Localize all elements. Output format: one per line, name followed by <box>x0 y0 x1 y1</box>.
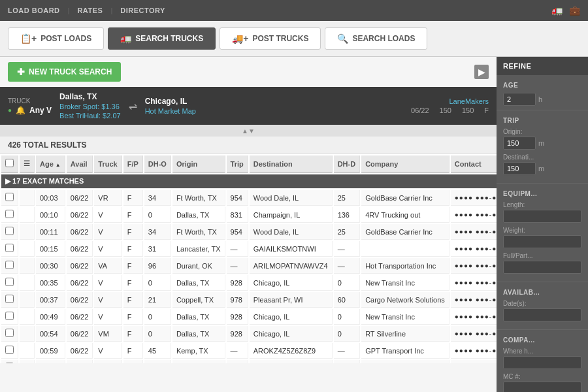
row-checkbox-cell[interactable] <box>1 326 18 342</box>
table-row[interactable]: 00:10 06/22 V F 0 Dallas, TX 831 Champai… <box>1 207 497 223</box>
table-row[interactable]: 00:49 06/22 V F 0 Dallas, TX 928 Chicago… <box>1 309 497 325</box>
row-fp: F <box>123 326 143 342</box>
row-avail: 06/22 <box>67 258 93 274</box>
nav-rates[interactable]: RATES <box>77 7 103 14</box>
nav-directory[interactable]: DIRECTORY <box>120 7 165 14</box>
avail-dates-input[interactable] <box>503 308 581 321</box>
row-checkbox-cell[interactable] <box>1 207 18 223</box>
best-trihaul-link[interactable]: Best TriHaul: $2.07 <box>59 112 121 120</box>
row-checkbox[interactable] <box>5 312 14 320</box>
top-nav: LOAD BOARD | RATES | DIRECTORY 🚛 💼 <box>0 0 588 21</box>
col-menu[interactable]: ☰ <box>20 155 35 173</box>
row-checkbox[interactable] <box>5 363 14 363</box>
row-company[interactable]: New Transit Inc <box>361 309 449 325</box>
table-row[interactable]: 00:59 06/22 V F 45 Kemp, TX — AROKZ4Z5Z6… <box>1 343 497 359</box>
row-fp: F <box>123 343 143 359</box>
col-trip[interactable]: Trip <box>227 155 248 173</box>
table-row[interactable]: 00:03 06/22 VR F 34 Ft Worth, TX 954 Woo… <box>1 190 497 206</box>
hot-market-link[interactable]: Hot Market Map <box>145 107 196 115</box>
row-checkbox-cell[interactable] <box>1 343 18 359</box>
row-checkbox-cell[interactable] <box>1 224 18 240</box>
company-mc-input[interactable] <box>503 382 581 392</box>
scroll-arrows-icon: ▲▼ <box>242 127 255 135</box>
row-checkbox[interactable] <box>5 261 14 269</box>
row-contact: ●●●● ●●●-●●●● <box>451 360 497 363</box>
col-avail[interactable]: Avail <box>67 155 93 173</box>
col-contact[interactable]: Contact <box>451 155 497 173</box>
table-row[interactable]: 00:11 06/22 V F 34 Ft Worth, TX 954 Wood… <box>1 224 497 240</box>
scroll-indicator[interactable]: ▲▼ <box>0 125 497 137</box>
broker-spot-link[interactable]: Broker Spot: $1.36 <box>59 103 121 110</box>
row-origin: Ft Worth, TX <box>172 224 225 240</box>
age-input[interactable] <box>503 93 536 106</box>
company-where-input[interactable] <box>503 356 581 369</box>
row-checkbox[interactable] <box>5 227 14 235</box>
table-row[interactable]: 01:04 06/22 V F 0 Dallas, TX 927 Elgin, … <box>1 360 497 363</box>
row-menu-cell <box>20 275 35 291</box>
row-checkbox-cell[interactable] <box>1 241 18 257</box>
col-checkbox[interactable] <box>1 155 18 173</box>
row-checkbox[interactable] <box>5 278 14 286</box>
row-company[interactable]: 4RV Trucking out <box>361 207 449 223</box>
new-truck-search-button[interactable]: ✚ NEW TRUCK SEARCH <box>8 62 121 82</box>
table-row[interactable]: 00:15 06/22 V F 31 Lancaster, TX — GAIAI… <box>1 241 497 257</box>
row-company[interactable]: GoldBase Carrier Inc <box>361 190 449 206</box>
briefcase-icon[interactable]: 💼 <box>569 5 580 16</box>
row-checkbox[interactable] <box>5 244 14 252</box>
row-checkbox[interactable] <box>5 346 14 354</box>
equip-length-input[interactable] <box>503 210 581 223</box>
row-checkbox-cell[interactable] <box>1 275 18 291</box>
row-company[interactable]: RT Silverline <box>361 326 449 342</box>
company-mc-field: MC #: <box>503 373 581 392</box>
layout-body: ✚ NEW TRUCK SEARCH ▶ Truck ● 🔔 Any V Dal… <box>0 57 588 392</box>
select-all-checkbox[interactable] <box>5 159 14 167</box>
col-age[interactable]: Age ▲ <box>36 155 65 173</box>
equip-fullpart-input[interactable] <box>503 261 581 274</box>
row-company[interactable]: New Transit Inc <box>361 275 449 291</box>
col-fp[interactable]: F/P <box>123 155 143 173</box>
row-company[interactable]: Hot Transportation Inc <box>361 258 449 274</box>
nav-load-board[interactable]: LOAD BOARD <box>8 7 60 14</box>
tab-search-trucks[interactable]: 🚛 SEARCH TRUCKS <box>108 27 216 50</box>
tab-search-loads[interactable]: 🔍 SEARCH LOADS <box>325 27 427 50</box>
row-trip: 978 <box>227 292 248 308</box>
row-checkbox[interactable] <box>5 295 14 303</box>
equip-weight-input[interactable] <box>503 235 581 248</box>
col-destination[interactable]: Destination <box>250 155 333 173</box>
row-company[interactable]: Cargo Network Solutions <box>361 292 449 308</box>
row-menu-cell <box>20 309 35 325</box>
row-company[interactable]: aqua-rolling.dru <box>361 360 449 363</box>
tab-post-loads[interactable]: 📋+ POST LOADS <box>8 27 104 50</box>
col-origin[interactable]: Origin <box>172 155 225 173</box>
row-checkbox[interactable] <box>5 193 14 201</box>
col-company[interactable]: Company <box>361 155 449 173</box>
trip-origin-input[interactable] <box>503 137 536 150</box>
row-checkbox-cell[interactable] <box>1 258 18 274</box>
row-checkbox[interactable] <box>5 329 14 337</box>
row-company[interactable]: GoldBase Carrier Inc <box>361 224 449 240</box>
table-row[interactable]: 00:35 06/22 V F 0 Dallas, TX 928 Chicago… <box>1 275 497 291</box>
lanemakers-link[interactable]: LaneMakers <box>449 97 489 105</box>
row-truck: V <box>94 241 122 257</box>
expand-button[interactable]: ▶ <box>474 65 489 79</box>
row-checkbox-cell[interactable] <box>1 309 18 325</box>
row-fp: F <box>123 275 143 291</box>
results-table-container[interactable]: ☰ Age ▲ Avail Truck F/P DH-O Origin Trip… <box>0 154 497 363</box>
table-row[interactable]: 00:30 06/22 VA F 96 Durant, OK — ARILMOP… <box>1 258 497 274</box>
row-company[interactable] <box>361 241 449 257</box>
row-checkbox[interactable] <box>5 210 14 218</box>
table-row[interactable]: 00:54 06/22 VM F 0 Dallas, TX 928 Chicag… <box>1 326 497 342</box>
row-dhd: 136 <box>334 207 361 223</box>
trip-dest-input[interactable] <box>503 162 536 175</box>
col-truck[interactable]: Truck <box>94 155 122 173</box>
row-checkbox-cell[interactable] <box>1 292 18 308</box>
col-dho[interactable]: DH-O <box>144 155 171 173</box>
table-row[interactable]: 00:37 06/22 V F 21 Coppell, TX 978 Pleas… <box>1 292 497 308</box>
row-checkbox-cell[interactable] <box>1 360 18 363</box>
row-company[interactable]: GPT Transport Inc <box>361 343 449 359</box>
col-dhd[interactable]: DH-D <box>334 155 361 173</box>
row-checkbox-cell[interactable] <box>1 190 18 206</box>
tab-post-trucks[interactable]: 🚚+ POST TRUCKS <box>220 27 321 50</box>
row-truck: V <box>94 275 122 291</box>
truck-icon[interactable]: 🚛 <box>551 5 563 16</box>
